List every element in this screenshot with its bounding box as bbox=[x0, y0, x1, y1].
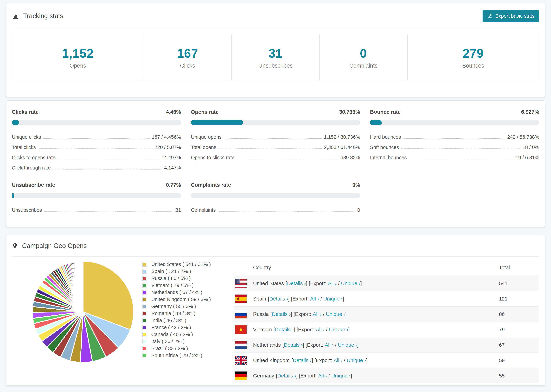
header-divider bbox=[12, 28, 539, 29]
opens-rate-bar bbox=[191, 120, 360, 125]
legend-swatch bbox=[142, 297, 147, 302]
clicks-rate-bar bbox=[12, 120, 181, 125]
rate-block-unsubscribe: Unsubscribe rate 0.77% Unsubscribes31 bbox=[12, 182, 181, 215]
export-button-label: Export basic stats bbox=[495, 13, 534, 19]
legend-label: France ( 42 / 2% ) bbox=[151, 325, 191, 330]
legend-item: Italy ( 36 / 2% ) bbox=[142, 338, 224, 345]
legend-swatch bbox=[142, 339, 147, 344]
country-name: Spain bbox=[253, 296, 266, 302]
export-unique-link[interactable]: Unique › bbox=[341, 280, 360, 286]
tracking-stats-header: Tracking stats Export basic stats bbox=[6, 3, 545, 28]
rate-percent: 0% bbox=[353, 182, 360, 188]
export-all-link[interactable]: All › bbox=[333, 357, 342, 363]
details-link[interactable]: Details › bbox=[287, 280, 306, 286]
geo-content: United States ( 541 / 31% )Spain ( 121 /… bbox=[6, 257, 545, 383]
rate-title: Complaints rate bbox=[191, 182, 231, 188]
es-flag-icon bbox=[235, 294, 247, 303]
export-all-link[interactable]: All › bbox=[325, 342, 334, 348]
legend-swatch bbox=[142, 276, 147, 281]
legend-swatch bbox=[142, 332, 147, 337]
details-link[interactable]: Details › bbox=[272, 311, 291, 317]
legend-label: India ( 46 / 3% ) bbox=[151, 318, 186, 323]
legend-item: Germany ( 55 / 3% ) bbox=[142, 303, 224, 310]
legend-item: Netherlands ( 67 / 4% ) bbox=[142, 289, 224, 296]
summary-stats-row: 1,152 Opens 167 Clicks 31 Unsubscribes 0… bbox=[12, 35, 539, 80]
export-unique-link[interactable]: Unique › bbox=[331, 373, 351, 379]
kv-row: Hard bounces242 / 86.738% bbox=[370, 132, 539, 142]
total-cell: 67 bbox=[499, 337, 539, 353]
details-link[interactable]: Details › bbox=[269, 296, 288, 302]
details-link[interactable]: Details › bbox=[293, 357, 312, 363]
details-link[interactable]: Details › bbox=[284, 342, 303, 348]
rate-title: Bounce rate bbox=[370, 109, 401, 115]
bounce-rate-bar bbox=[370, 120, 539, 125]
export-all-link[interactable]: All › bbox=[313, 311, 322, 317]
rate-block-clicks: Clicks rate 4.46% Unique clicks167 / 4.4… bbox=[12, 109, 181, 173]
stat-value: 31 bbox=[232, 46, 319, 60]
de-flag-icon bbox=[235, 371, 247, 380]
legend-swatch bbox=[142, 346, 147, 351]
legend-label: Canada ( 40 / 2% ) bbox=[151, 332, 193, 337]
geo-table-row: Spain[Details ›] [Export: All › / Unique… bbox=[234, 291, 539, 307]
export-unique-link[interactable]: Unique › bbox=[338, 342, 357, 348]
geo-title: Campaign Geo Opens bbox=[22, 242, 87, 250]
stat-label: Unsubscribes bbox=[232, 63, 319, 69]
ru-flag-icon bbox=[235, 310, 247, 318]
country-name: Vietnam bbox=[253, 327, 272, 332]
stat-label: Opens bbox=[12, 63, 144, 69]
column-header-total: Total bbox=[499, 259, 539, 276]
country-name: Netherlands bbox=[253, 342, 281, 348]
legend-item: Spain ( 121 / 7% ) bbox=[142, 268, 224, 275]
stat-label: Clicks bbox=[144, 63, 232, 69]
legend-label: Russia ( 86 / 5% ) bbox=[151, 275, 191, 281]
map-pin-icon bbox=[12, 242, 18, 250]
export-all-link[interactable]: All › bbox=[316, 327, 325, 332]
kv-row: Clicks to opens rate14.497% bbox=[12, 153, 181, 163]
kv-row: Internal bounces19 / 6.81% bbox=[370, 153, 539, 163]
legend-item: United States ( 541 / 31% ) bbox=[142, 261, 224, 268]
legend-swatch bbox=[142, 269, 147, 274]
legend-label: United Kingdom ( 59 / 3% ) bbox=[151, 297, 211, 302]
export-all-link[interactable]: All › bbox=[328, 280, 337, 286]
export-all-link[interactable]: All › bbox=[310, 296, 319, 302]
export-unique-link[interactable]: Unique › bbox=[329, 327, 348, 332]
rate-title: Unsubscribe rate bbox=[12, 182, 55, 188]
pie-legend: United States ( 541 / 31% )Spain ( 121 /… bbox=[142, 261, 224, 359]
legend-label: Brazil ( 33 / 2% ) bbox=[151, 346, 188, 351]
legend-label: Spain ( 121 / 7% ) bbox=[151, 268, 191, 274]
export-unique-link[interactable]: Unique › bbox=[326, 311, 345, 317]
export-all-link[interactable]: All › bbox=[318, 373, 327, 379]
legend-item: Canada ( 40 / 2% ) bbox=[142, 331, 224, 338]
export-unique-link[interactable]: Unique › bbox=[347, 357, 366, 363]
column-header-country: Country bbox=[234, 259, 499, 276]
rate-title: Opens rate bbox=[191, 109, 219, 115]
details-link[interactable]: Details › bbox=[277, 373, 296, 379]
legend-item: Vietnam ( 79 / 5% ) bbox=[142, 282, 224, 289]
total-cell: 59 bbox=[499, 353, 539, 368]
stat-label: Bounces bbox=[408, 63, 539, 69]
legend-swatch bbox=[142, 283, 147, 288]
legend-label: Vietnam ( 79 / 5% ) bbox=[151, 283, 194, 288]
kv-row: Total clicks220 / 5.87% bbox=[12, 142, 181, 153]
complaints-rate-bar bbox=[191, 193, 360, 198]
legend-swatch bbox=[142, 353, 147, 358]
details-link[interactable]: Details › bbox=[275, 327, 294, 332]
export-unique-link[interactable]: Unique › bbox=[323, 296, 343, 302]
rate-block-bounce: Bounce rate 6.927% Hard bounces242 / 86.… bbox=[370, 109, 539, 173]
total-cell: 121 bbox=[499, 291, 539, 307]
rate-percent: 0.77% bbox=[166, 182, 181, 188]
country-name: United States bbox=[253, 280, 284, 286]
rate-block-complaints: Complaints rate 0% Complaints0 bbox=[191, 182, 360, 215]
us-flag-icon bbox=[235, 279, 247, 288]
legend-item: South Africa ( 29 / 2% ) bbox=[142, 352, 224, 359]
rate-block-opens: Opens rate 30.736% Unique opens1,152 / 3… bbox=[191, 109, 360, 173]
export-basic-stats-button[interactable]: Export basic stats bbox=[483, 10, 539, 22]
geo-pie-chart bbox=[32, 260, 134, 363]
rate-percent: 4.46% bbox=[166, 109, 181, 115]
legend-item: India ( 46 / 3% ) bbox=[142, 317, 224, 324]
legend-label: Italy ( 36 / 2% ) bbox=[151, 339, 185, 344]
stat-opens: 1,152 Opens bbox=[12, 35, 144, 80]
legend-item: Russia ( 86 / 5% ) bbox=[142, 275, 224, 282]
page-title: Tracking stats bbox=[23, 12, 63, 20]
geo-header: Campaign Geo Opens bbox=[6, 235, 545, 256]
